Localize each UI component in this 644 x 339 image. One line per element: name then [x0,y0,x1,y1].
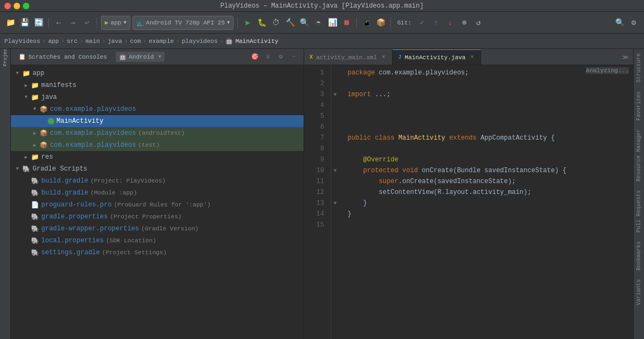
annotation-override: @Override [363,154,399,165]
toolbar-sep-5 [390,17,391,28]
tree-item-local-props[interactable]: ▶ 🐘 local.properties (SDK Location) [11,235,304,247]
git-merge-icon[interactable]: ⊕ [458,17,470,29]
expand-java-arrow[interactable]: ▼ [22,95,30,100]
package-androidtest-icon: 📦 [39,129,48,137]
open-folder-icon[interactable]: 📁 [4,17,16,29]
code-line-15 [348,219,633,230]
app-folder-icon: 📁 [22,69,30,78]
code-line-14: } [348,209,633,219]
tab-mainactivity-java[interactable]: J MainActivity.java × [393,49,481,65]
build-icon[interactable]: 🔨 [284,17,296,29]
tree-item-app[interactable]: ▼ 📁 app [11,67,304,79]
xml-tab-close[interactable]: × [380,54,387,61]
line-num-13: 13 [304,198,324,209]
toolbar-sep-4 [356,17,357,28]
profile-icon[interactable]: ⏱ [270,17,282,29]
breadcrumb-src[interactable]: src [67,38,78,45]
close-button[interactable] [4,3,11,9]
build-gradle-module-label: build.gradle [41,189,88,197]
expand-test-arrow[interactable]: ▶ [30,142,39,148]
gutter-1 [331,67,339,78]
panel-close-icon[interactable]: − [288,52,299,62]
java-tab-close[interactable]: × [469,54,475,61]
git-pull-icon[interactable]: ↓ [444,17,456,29]
revert-icon[interactable]: ↩ [81,17,93,29]
breadcrumb-playvideos2[interactable]: playvideos [182,38,218,45]
tree-item-res[interactable]: ▶ 📁 res [11,151,304,163]
save-icon[interactable]: 💾 [18,17,30,29]
sidebar-structure[interactable]: Structure [636,49,642,87]
minimize-button[interactable] [14,3,20,9]
kw-public-7: public [348,133,371,143]
collapse-all-icon[interactable]: ≡ [262,52,273,62]
git-revert-icon[interactable]: ↺ [472,17,484,29]
expand-gradle-arrow[interactable]: ▼ [13,166,22,172]
tree-item-mainactivity[interactable]: ▶ MainActivity [11,115,304,127]
sidebar-bookmarks[interactable]: Bookmarks [636,237,642,275]
line-num-14: 14 [304,209,324,219]
tree-item-build-gradle-module[interactable]: ▶ 🐘 build.gradle (Module :app) [11,187,304,199]
tree-item-settings-gradle[interactable]: ▶ 🐘 settings.gradle (Project Settings) [11,247,304,259]
breadcrumb-playvideos[interactable]: PlayVideos [4,38,40,45]
avd-icon[interactable]: 📱 [361,17,372,29]
expand-res-arrow[interactable]: ▶ [22,154,30,160]
sidebar-project-icon[interactable]: Project [1,51,10,61]
locate-file-icon[interactable]: 🎯 [249,52,260,62]
search-everywhere-icon[interactable]: 🔍 [614,17,626,29]
sidebar-pull-requests[interactable]: Pull Requests [636,186,642,237]
breadcrumb-example[interactable]: example [149,38,174,45]
maximize-button[interactable] [23,3,29,9]
run-icon[interactable]: ▶ [242,17,254,29]
debug-icon[interactable]: 🐛 [256,17,268,29]
git-commit-icon[interactable]: ✓ [416,17,428,29]
git-push-icon[interactable]: ↑ [430,17,442,29]
expand-package-arrow[interactable]: ▼ [30,106,39,112]
sidebar-resource-manager[interactable]: Resource Manager [636,125,642,186]
tree-item-java[interactable]: ▼ 📁 java [11,91,304,103]
breadcrumb-main[interactable]: main [85,38,99,45]
app-dropdown[interactable]: ▶ app ▼ [101,16,130,30]
line-num-9: 9 [304,154,324,165]
tree-item-package-main[interactable]: ▼ 📦 com.example.playvideos [11,103,304,115]
profiler-icon[interactable]: 📊 [326,17,338,29]
android-dropdown-arrow[interactable]: ▼ [158,54,161,60]
breadcrumb-com[interactable]: com [130,38,141,45]
kw-super-11: super [379,176,399,187]
coverage-icon[interactable]: ☂ [312,17,324,29]
code-content[interactable]: package com.example.playvideos; import .… [339,65,633,339]
expand-app-arrow[interactable]: ▼ [13,71,22,76]
local-props-icon: 🐘 [30,236,39,245]
tree-item-package-test[interactable]: ▶ 📦 com.example.playvideos (test) [11,139,304,151]
sdk-icon[interactable]: 📦 [375,17,387,29]
expand-manifests-arrow[interactable]: ▶ [22,83,30,89]
panel-settings-icon[interactable]: ⚙ [275,52,286,62]
gutter-5 [331,111,339,122]
sidebar-favorites[interactable]: Favorites [636,87,642,125]
sync-icon[interactable]: 🔄 [33,17,45,29]
expand-androidtest-arrow[interactable]: ▶ [30,130,39,136]
settings-gradle-suffix: (Project Settings) [102,249,167,256]
sidebar-variants[interactable]: Variants [636,275,642,310]
tree-item-gradle-props[interactable]: ▶ 🐘 gradle.properties (Project Propertie… [11,211,304,223]
tab-scratches[interactable]: 📋 Scratches and Consoles [15,52,110,62]
tabs-more-button[interactable]: ≫ [618,49,633,65]
tree-item-build-gradle-project[interactable]: ▶ 🐘 build.gradle (Project: PlayVideos) [11,175,304,187]
back-icon[interactable]: ← [53,17,65,29]
build-gradle-module-suffix: (Module :app) [90,190,137,196]
tree-item-gradle-wrapper[interactable]: ▶ 🐘 gradle-wrapper.properties (Gradle Ve… [11,223,304,235]
analyze-icon[interactable]: 🔍 [298,17,310,29]
tree-item-package-androidtest[interactable]: ▶ 📦 com.example.playvideos (androidTest) [11,127,304,139]
tree-item-gradle-scripts[interactable]: ▼ 🐘 Gradle Scripts [11,163,304,175]
settings-icon[interactable]: ⚙ [628,17,640,29]
tree-item-proguard[interactable]: ▶ 📄 proguard-rules.pro (ProGuard Rules f… [11,199,304,211]
stop-icon[interactable]: ⏹ [340,17,352,29]
forward-icon[interactable]: → [67,17,79,29]
tab-android[interactable]: 🤖 Android ▼ [116,52,165,62]
breadcrumb-app[interactable]: app [48,38,59,45]
window-controls[interactable] [4,3,29,9]
tab-activity-main-xml[interactable]: X activity_main.xml × [304,49,393,65]
breadcrumb-mainactivity[interactable]: MainActivity [235,38,278,45]
breadcrumb-java[interactable]: java [108,38,122,45]
tree-item-manifests[interactable]: ▶ 📁 manifests [11,79,304,91]
device-dropdown[interactable]: 📺 Android TV 720p API 25 ▼ [132,16,234,30]
